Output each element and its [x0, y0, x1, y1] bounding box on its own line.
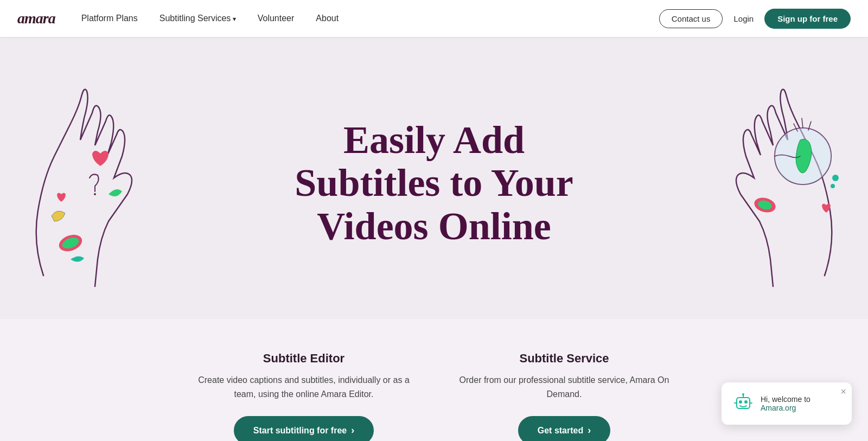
feature-service: Subtitle Service Order from our professi…	[456, 351, 673, 441]
svg-point-10	[739, 400, 742, 404]
chat-widget: × Hi, welcome to Amara.org	[722, 382, 852, 425]
svg-point-1	[61, 235, 80, 251]
nav-volunteer[interactable]: Volunteer	[249, 9, 303, 28]
chat-message: Hi, welcome to Amara.org	[761, 395, 841, 412]
nav-links: Platform Plans Subtitling Services Volun…	[73, 9, 659, 28]
svg-point-4	[775, 128, 831, 184]
login-button[interactable]: Login	[729, 10, 758, 28]
get-started-button[interactable]: Get started ›	[518, 416, 610, 441]
svg-point-3	[775, 128, 831, 184]
navbar: amara Platform Plans Subtitling Services…	[0, 0, 868, 37]
nav-right: Contact us Login Sign up for free	[659, 9, 851, 29]
nav-subtitling-services[interactable]: Subtitling Services	[151, 9, 245, 28]
hero-title: Easily Add Subtitles to Your Videos Onli…	[295, 119, 573, 248]
start-subtitling-button[interactable]: Start subtitling for free ›	[234, 416, 374, 441]
editor-description: Create video captions and subtitles, ind…	[195, 373, 412, 401]
svg-point-11	[744, 400, 748, 404]
arrow-icon-2: ›	[588, 425, 591, 436]
service-description: Order from our professional subtitle ser…	[456, 373, 673, 401]
svg-point-7	[832, 175, 839, 181]
service-title: Subtitle Service	[456, 351, 673, 366]
hero-section: Easily Add Subtitles to Your Videos Onli…	[0, 37, 868, 319]
svg-point-8	[831, 184, 835, 188]
hero-deco-right	[716, 69, 868, 297]
chat-link[interactable]: Amara.org	[761, 404, 796, 412]
contact-button[interactable]: Contact us	[659, 9, 723, 28]
chat-close-button[interactable]: ×	[840, 387, 846, 397]
svg-point-5	[752, 195, 777, 214]
svg-point-6	[757, 199, 773, 211]
arrow-icon: ›	[351, 425, 354, 436]
svg-point-0	[57, 232, 85, 254]
signup-button[interactable]: Sign up for free	[764, 9, 851, 29]
hero-content: Easily Add Subtitles to Your Videos Onli…	[295, 119, 573, 248]
logo[interactable]: amara	[17, 10, 55, 27]
robot-icon	[732, 391, 754, 416]
editor-title: Subtitle Editor	[195, 351, 412, 366]
svg-point-2	[94, 193, 96, 195]
feature-editor: Subtitle Editor Create video captions an…	[195, 351, 412, 441]
hero-deco-left	[0, 69, 152, 297]
nav-platform-plans[interactable]: Platform Plans	[73, 9, 146, 28]
nav-about[interactable]: About	[307, 9, 347, 28]
svg-point-13	[742, 393, 744, 395]
